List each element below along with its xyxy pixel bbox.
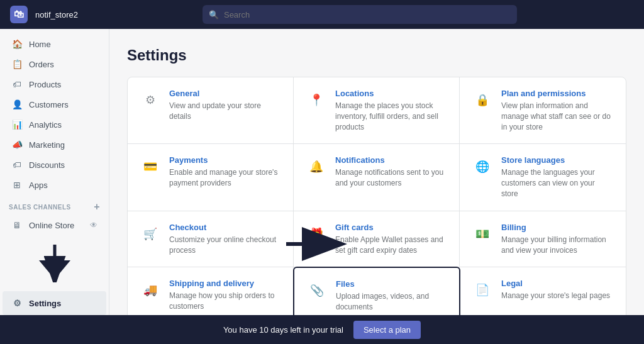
settings-grid: ⚙ General View and update your store det…	[127, 77, 626, 315]
settings-icon: ⚙	[11, 297, 23, 309]
store-languages-icon: 🌐	[472, 157, 492, 177]
shipping-title: Shipping and delivery	[169, 279, 280, 288]
sidebar-item-label: Orders	[29, 60, 54, 69]
checkout-title: Checkout	[169, 223, 280, 232]
general-icon: ⚙	[140, 90, 160, 110]
gift-cards-icon: 🎁	[306, 224, 326, 244]
gift-cards-title: Gift cards	[335, 223, 447, 232]
locations-icon: 📍	[306, 90, 326, 110]
add-sales-channel-button[interactable]: +	[94, 201, 100, 213]
settings-cell-billing[interactable]: 💵 Billing Manage your billing informatio…	[460, 211, 626, 268]
shipping-desc: Manage how you ship orders to customers	[169, 291, 280, 312]
payments-icon: 💳	[140, 157, 160, 177]
sidebar-item-label: Apps	[29, 180, 48, 190]
page-title: Settings	[127, 47, 626, 64]
files-desc: Upload images, videos, and documents	[336, 291, 447, 313]
search-bar[interactable]: 🔍	[203, 5, 517, 24]
legal-desc: Manage your store's legal pages	[501, 291, 613, 301]
customers-icon: 👤	[11, 99, 23, 110]
svg-marker-2	[39, 260, 70, 279]
analytics-icon: 📊	[11, 119, 23, 130]
sidebar: 🏠 Home 📋 Orders 🏷 Products 👤 Customers 📊…	[0, 29, 109, 315]
billing-title: Billing	[501, 223, 613, 232]
orders-icon: 📋	[11, 58, 23, 70]
settings-cell-gift-cards[interactable]: 🎁 Gift cards Enable Apple Wallet passes …	[294, 211, 460, 268]
payments-desc: Enable and manage your store's payment p…	[169, 167, 280, 189]
legal-title: Legal	[501, 279, 613, 288]
plan-icon: 🔒	[472, 90, 492, 110]
sidebar-item-customers[interactable]: 👤 Customers	[3, 94, 106, 114]
sidebar-item-products[interactable]: 🏷 Products	[3, 74, 106, 94]
down-arrow-annotation	[39, 241, 70, 282]
settings-cell-payments[interactable]: 💳 Payments Enable and manage your store'…	[128, 144, 294, 211]
search-icon: 🔍	[209, 10, 219, 19]
settings-cell-checkout[interactable]: 🛒 Checkout Customize your online checkou…	[128, 211, 294, 268]
sidebar-item-label: Marketing	[29, 140, 65, 150]
sidebar-item-discounts[interactable]: 🏷 Discounts	[3, 155, 106, 175]
checkout-desc: Customize your online checkout process	[169, 235, 280, 256]
gift-cards-desc: Enable Apple Wallet passes and set gift …	[335, 235, 447, 256]
settings-cell-notifications[interactable]: 🔔 Notifications Manage notifications sen…	[294, 144, 460, 211]
store-languages-title: Store languages	[501, 155, 613, 165]
sidebar-item-home[interactable]: 🏠 Home	[3, 34, 106, 54]
sidebar-item-analytics[interactable]: 📊 Analytics	[3, 114, 106, 135]
settings-cell-shipping[interactable]: 🚚 Shipping and delivery Manage how you s…	[128, 267, 294, 315]
store-name: notif_store2	[35, 10, 78, 19]
bottom-bar: You have 10 days left in your trial Sele…	[0, 315, 644, 344]
sidebar-item-label: Home	[29, 40, 51, 49]
online-store-icon: 🖥	[11, 219, 23, 231]
sidebar-item-online-store[interactable]: 🖥 Online Store 👁	[3, 215, 106, 235]
general-desc: View and update your store details	[169, 101, 280, 122]
payments-title: Payments	[169, 155, 280, 165]
apps-icon: ⊞	[11, 179, 23, 191]
sidebar-item-label: Customers	[29, 100, 69, 109]
files-icon: 📎	[307, 280, 327, 301]
marketing-icon: 📣	[11, 139, 23, 150]
online-store-settings-icon[interactable]: 👁	[90, 221, 97, 230]
notifications-desc: Manage notifications sent to you and you…	[335, 167, 447, 189]
settings-cell-general[interactable]: ⚙ General View and update your store det…	[128, 77, 294, 144]
checkout-icon: 🛒	[140, 224, 160, 244]
main-layout: 🏠 Home 📋 Orders 🏷 Products 👤 Customers 📊…	[0, 29, 644, 315]
sidebar-item-marketing[interactable]: 📣 Marketing	[3, 135, 106, 155]
general-title: General	[169, 89, 280, 98]
settings-cell-store-languages[interactable]: 🌐 Store languages Manage the languages y…	[460, 144, 626, 211]
settings-content: Settings ⚙ General View and update your …	[109, 29, 644, 315]
locations-desc: Manage the places you stock inventory, f…	[335, 101, 447, 132]
sidebar-item-label: Discounts	[29, 160, 65, 170]
locations-title: Locations	[335, 89, 447, 98]
select-plan-button[interactable]: Select a plan	[353, 321, 421, 339]
files-title: Files	[336, 279, 447, 289]
settings-cell-files[interactable]: 📎 Files Upload images, videos, and docum…	[293, 267, 460, 315]
discounts-icon: 🏷	[11, 159, 23, 170]
sidebar-item-orders[interactable]: 📋 Orders	[3, 54, 106, 74]
settings-cell-legal[interactable]: 📄 Legal Manage your store's legal pages	[460, 267, 626, 315]
trial-text: You have 10 days left in your trial	[223, 325, 343, 335]
settings-cell-locations[interactable]: 📍 Locations Manage the places you stock …	[294, 77, 460, 144]
plan-title: Plan and permissions	[501, 89, 613, 98]
notifications-title: Notifications	[335, 155, 447, 165]
store-languages-desc: Manage the languages your customers can …	[501, 167, 613, 199]
plan-desc: View plan information and manage what st…	[501, 101, 613, 132]
sidebar-item-settings[interactable]: ⚙ Settings	[3, 291, 106, 315]
notifications-icon: 🔔	[306, 157, 326, 177]
products-icon: 🏷	[11, 79, 23, 90]
sidebar-item-apps[interactable]: ⊞ Apps	[3, 175, 106, 195]
billing-desc: Manage your billing information and view…	[501, 235, 613, 256]
settings-cell-plan[interactable]: 🔒 Plan and permissions View plan informa…	[460, 77, 626, 144]
sales-channels-header: SALES CHANNELS +	[0, 195, 109, 215]
legal-icon: 📄	[472, 280, 492, 300]
topbar: 🛍 notif_store2 🔍	[0, 0, 644, 29]
home-icon: 🏠	[11, 38, 23, 50]
store-logo-icon: 🛍	[10, 6, 28, 23]
billing-icon: 💵	[472, 224, 492, 244]
sidebar-item-label: Products	[29, 80, 61, 89]
sidebar-item-label: Analytics	[29, 120, 62, 130]
search-input[interactable]	[224, 10, 511, 19]
shipping-icon: 🚚	[140, 280, 160, 300]
